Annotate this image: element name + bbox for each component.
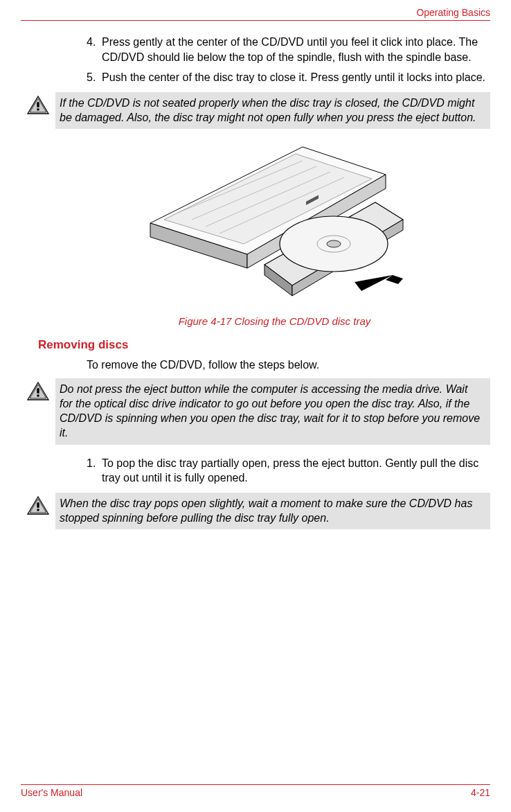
step-text: To pop the disc tray partially open, pre… <box>102 456 490 486</box>
svg-point-15 <box>37 509 39 511</box>
step-number: 5. <box>87 70 102 85</box>
caution-text: When the disc tray pops open slightly, w… <box>55 493 490 530</box>
step-5: 5. Push the center of the disc tray to c… <box>87 70 490 85</box>
footer-text: User's Manual 4-21 <box>21 787 490 798</box>
step-text: Push the center of the disc tray to clos… <box>102 70 485 85</box>
page-header: Operating Basics <box>21 0 490 21</box>
footer-right: 4-21 <box>471 787 490 798</box>
figure-caption: Figure 4-17 Closing the CD/DVD disc tray <box>59 315 490 327</box>
step-number: 4. <box>87 35 102 64</box>
svg-rect-12 <box>37 388 39 394</box>
section-heading: Removing discs <box>38 338 490 352</box>
svg-rect-0 <box>37 102 39 107</box>
intro-text: To remove the CD/DVD, follow the steps b… <box>87 359 490 371</box>
page-content: 4. Press gently at the center of the CD/… <box>21 21 490 529</box>
step-4: 4. Press gently at the center of the CD/… <box>87 35 490 64</box>
warning-icon <box>21 378 55 444</box>
figure-image <box>59 140 490 310</box>
page-footer: User's Manual 4-21 <box>21 784 490 798</box>
step-text: Press gently at the center of the CD/DVD… <box>102 35 490 64</box>
step-number: 1. <box>87 456 102 486</box>
warning-icon <box>21 92 55 130</box>
warning-icon <box>21 493 55 530</box>
footer-left: User's Manual <box>21 787 82 798</box>
caution-box-3: When the disc tray pops open slightly, w… <box>21 493 490 530</box>
footer-rule <box>21 784 490 785</box>
caution-text: If the CD/DVD is not seated properly whe… <box>55 92 490 130</box>
caution-text: Do not press the eject button while the … <box>55 378 490 444</box>
svg-point-10 <box>327 240 341 247</box>
caution-box-2: Do not press the eject button while the … <box>21 378 490 444</box>
step-1: 1. To pop the disc tray partially open, … <box>87 456 490 486</box>
svg-point-1 <box>37 108 39 111</box>
svg-point-13 <box>37 395 39 398</box>
svg-rect-14 <box>37 502 39 508</box>
header-title: Operating Basics <box>21 7 490 18</box>
caution-box-1: If the CD/DVD is not seated properly whe… <box>21 92 490 130</box>
